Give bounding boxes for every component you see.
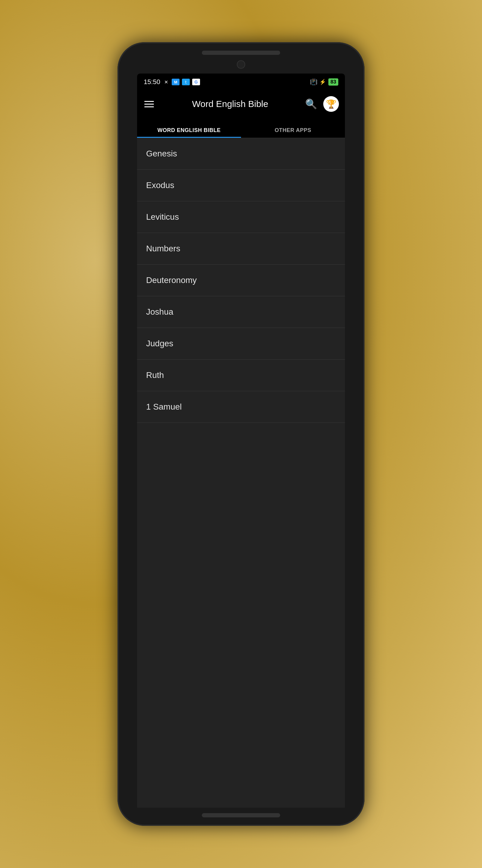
app-title: Word English Bible bbox=[161, 99, 299, 109]
status-time: 15:50 bbox=[144, 78, 160, 86]
list-item[interactable]: Deuteronomy bbox=[137, 265, 345, 296]
search-icon[interactable]: 🔍 bbox=[305, 98, 317, 110]
menu-line-3 bbox=[144, 106, 154, 107]
phone-frame: 15:50 ✕ M 𝕥 G 📳 ⚡ 83 Word English Bible … bbox=[118, 42, 364, 826]
tab-word-english-bible[interactable]: WORD ENGLISH BIBLE bbox=[137, 118, 241, 138]
status-right: 📳 ⚡ 83 bbox=[310, 79, 338, 86]
speaker-top bbox=[202, 51, 280, 55]
menu-icon[interactable] bbox=[143, 101, 155, 107]
google-icon: G bbox=[192, 79, 200, 85]
list-item[interactable]: Judges bbox=[137, 328, 345, 360]
speaker-bottom bbox=[202, 813, 280, 817]
list-item[interactable]: Numbers bbox=[137, 233, 345, 265]
tab-other-apps[interactable]: OTHER APPS bbox=[241, 118, 345, 138]
list-item[interactable]: Genesis bbox=[137, 138, 345, 170]
trophy-icon: 🏆 bbox=[326, 99, 336, 109]
battery-indicator: 83 bbox=[328, 79, 338, 86]
twitter-icon: 𝕥 bbox=[182, 79, 190, 85]
x-icon: ✕ bbox=[163, 79, 169, 85]
vibrate-icon: 📳 bbox=[310, 79, 317, 85]
m-icon: M bbox=[172, 79, 180, 85]
profile-avatar[interactable]: 🏆 bbox=[323, 96, 339, 112]
menu-line-1 bbox=[144, 101, 154, 102]
status-left: 15:50 ✕ M 𝕥 G bbox=[144, 78, 200, 86]
list-item[interactable]: Exodus bbox=[137, 170, 345, 201]
list-item-ruth[interactable]: Ruth bbox=[137, 360, 345, 391]
bluetooth-icon: ⚡ bbox=[319, 79, 326, 85]
list-item[interactable]: Leviticus bbox=[137, 201, 345, 233]
list-item[interactable]: 1 Samuel bbox=[137, 391, 345, 423]
front-camera bbox=[237, 60, 245, 69]
tab-bar: WORD ENGLISH BIBLE OTHER APPS bbox=[137, 118, 345, 138]
book-list: Genesis Exodus Leviticus Numbers Deutero… bbox=[137, 138, 345, 808]
app-bar: Word English Bible 🔍 🏆 bbox=[137, 90, 345, 118]
menu-line-2 bbox=[144, 104, 154, 104]
phone-screen: 15:50 ✕ M 𝕥 G 📳 ⚡ 83 Word English Bible … bbox=[137, 73, 345, 808]
status-bar: 15:50 ✕ M 𝕥 G 📳 ⚡ 83 bbox=[137, 73, 345, 90]
list-item[interactable]: Joshua bbox=[137, 296, 345, 328]
